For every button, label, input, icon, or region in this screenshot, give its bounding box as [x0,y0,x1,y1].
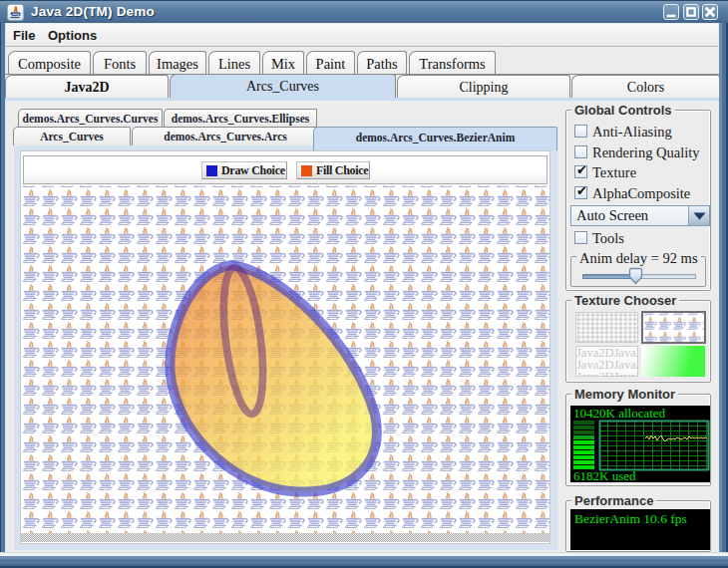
svg-text:6182K used: 6182K used [573,468,636,482]
svg-text:10420K allocated: 10420K allocated [573,406,666,421]
